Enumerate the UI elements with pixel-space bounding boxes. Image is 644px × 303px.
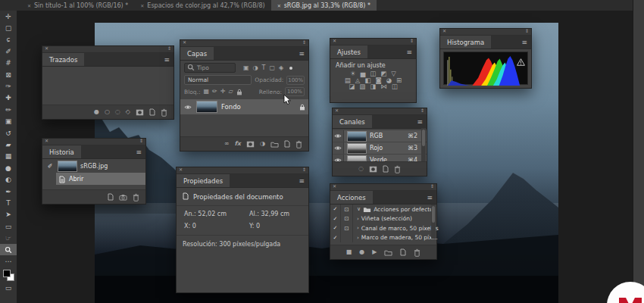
layer-filter-search[interactable]: Tipo [184, 63, 236, 73]
dodge-tool[interactable]: ◐ [0, 173, 17, 185]
new-set-icon[interactable] [384, 249, 392, 256]
panel-menu-icon[interactable]: ≡ [427, 191, 433, 204]
lock-all-icon[interactable] [236, 89, 242, 95]
type-tool[interactable]: T [0, 197, 17, 208]
expander-icon[interactable]: › [357, 235, 359, 241]
invert-icon[interactable]: ◪ [349, 83, 355, 90]
action-dialog-icon[interactable]: ⊡ [341, 205, 353, 214]
panel-titlebar[interactable]: ✕ ⇕ [177, 167, 308, 174]
action-row[interactable]: ✓⊡›Canal de marco, 50 píxeles [330, 223, 436, 233]
delete-path-icon[interactable] [161, 108, 167, 117]
tab-close-icon[interactable]: ✕ [140, 3, 144, 8]
action-check-icon[interactable]: ✓ [330, 205, 341, 214]
zoom-tool[interactable] [0, 244, 17, 255]
stroke-path-icon[interactable]: ○ [105, 109, 110, 115]
quick-selection-tool[interactable]: ✐ [0, 45, 17, 57]
play-icon[interactable]: ▶ [372, 249, 377, 255]
history-brush-source-icon[interactable]: ✐ [45, 163, 55, 170]
collapse-icon[interactable]: ⇕ [420, 108, 424, 114]
adjustment-layer-icon[interactable]: ◑ [260, 141, 265, 147]
foreground-color-swatch[interactable] [3, 270, 11, 277]
shape-tool[interactable]: ▭ [0, 220, 17, 232]
crop-tool[interactable]: # [0, 58, 17, 69]
selective-color-icon[interactable]: ⋈ [380, 83, 387, 90]
filter-type-layers-icon[interactable]: T [262, 65, 266, 71]
lock-artboard-icon[interactable]: ▱ [228, 89, 233, 95]
document-tab-3[interactable]: ✕sRGB.jpg al 33,3% (RGB/8) * [271, 0, 377, 11]
threshold-icon[interactable]: ◨ [370, 83, 376, 90]
brush-tool[interactable]: ✏ [0, 104, 17, 115]
collapse-icon[interactable]: ⇕ [430, 183, 434, 189]
document-tab-2[interactable]: ✕Espacios de color.jpg al 42,7% (RGB/8) [134, 0, 270, 11]
action-dialog-icon[interactable]: ⊡ [341, 214, 353, 224]
blend-mode-select[interactable]: Normal [184, 75, 252, 85]
panel-titlebar[interactable]: ✕ ⇕ [440, 29, 531, 36]
lock-transparent-icon[interactable]: ▦ [204, 89, 210, 95]
eraser-tool[interactable]: ▰ [0, 139, 17, 150]
new-layer-icon[interactable] [284, 140, 290, 148]
load-path-selection-icon[interactable]: ◌ [115, 109, 120, 115]
tab-capas[interactable]: Capas [180, 47, 214, 60]
slice-tool[interactable]: ⊠ [0, 69, 17, 80]
delete-state-icon[interactable] [133, 193, 139, 201]
new-channel-icon[interactable] [383, 165, 389, 173]
panel-menu-icon[interactable]: ≡ [521, 36, 527, 48]
action-row[interactable]: ✓⊡∨Acciones por defecto [330, 205, 436, 214]
marquee-tool[interactable]: ▢ [0, 22, 17, 33]
collapse-icon[interactable]: ⇕ [167, 45, 171, 52]
tab-trazados[interactable]: Trazados [42, 53, 84, 66]
panel-titlebar[interactable]: ✕ ⇕ [42, 46, 174, 53]
stop-icon[interactable]: ■ [346, 249, 352, 255]
lock-pixels-icon[interactable]: ✏ [212, 89, 217, 95]
delete-action-icon[interactable] [414, 248, 420, 257]
action-check-icon[interactable]: ✓ [330, 233, 341, 243]
vibrance-icon[interactable]: ▽ [391, 70, 396, 77]
collapse-icon[interactable]: ⇕ [302, 39, 306, 45]
color-swatches[interactable] [0, 267, 17, 283]
channel-row-rgb[interactable]: RGB⌘2 [333, 130, 427, 142]
gradient-map-icon[interactable]: ◫ [392, 83, 398, 90]
panel-titlebar[interactable]: ✕ ⇕ [180, 40, 308, 47]
pen-tool[interactable]: ✒ [0, 186, 17, 197]
move-tool[interactable]: ✛ [0, 11, 17, 22]
panel-titlebar[interactable]: ✕ ⇕ [42, 139, 145, 145]
lock-position-icon[interactable]: ✛ [220, 89, 226, 95]
tab-canales[interactable]: Canales [333, 115, 372, 128]
filter-pixel-layers-icon[interactable]: ▣ [243, 65, 249, 71]
path-selection-tool[interactable]: ➤ [0, 209, 17, 220]
collapse-icon[interactable]: ⇕ [139, 138, 143, 144]
panel-menu-icon[interactable]: ≡ [406, 45, 412, 58]
posterize-icon[interactable]: ▨ [359, 83, 365, 90]
close-icon[interactable]: ✕ [333, 183, 336, 189]
close-icon[interactable]: ✕ [335, 108, 339, 114]
screen-mode-icon[interactable]: ▭ [0, 283, 17, 294]
cached-data-warning-icon[interactable] [517, 55, 525, 69]
filter-adjustment-layers-icon[interactable]: ◑ [253, 65, 258, 71]
panel-titlebar[interactable]: ✕ ⇕ [333, 108, 427, 115]
record-icon[interactable]: ● [359, 249, 364, 255]
close-icon[interactable]: ✕ [183, 39, 186, 45]
history-step[interactable]: Abrir [56, 173, 145, 185]
toolbar-ellipsis-icon[interactable]: ⋯ [0, 255, 17, 267]
tab-propiedades[interactable]: Propiedades [177, 174, 230, 187]
path-mask-icon[interactable]: ◇ [126, 109, 130, 115]
new-snapshot-icon[interactable] [119, 194, 127, 201]
delete-channel-icon[interactable] [394, 165, 401, 173]
filter-shape-layers-icon[interactable]: ▢ [269, 65, 275, 71]
history-brush-tool[interactable]: ↺ [0, 127, 17, 139]
document-tab-1[interactable]: ✕Sin título-1 al 100% (RGB/16) * [21, 0, 134, 11]
layer-style-icon[interactable]: fx [234, 141, 241, 147]
gradient-tool[interactable]: ▦ [0, 151, 17, 162]
tab-close-icon[interactable]: ✕ [27, 3, 31, 8]
clone-stamp-tool[interactable]: ▣ [0, 116, 17, 127]
close-icon[interactable]: ✕ [333, 38, 336, 44]
collapse-icon[interactable]: ⇕ [410, 38, 414, 44]
tab-ajustes[interactable]: Ajustes [330, 45, 367, 58]
lasso-tool[interactable]: ɕ [0, 34, 17, 45]
filter-smart-objects-icon[interactable]: ◈ [279, 65, 283, 71]
scrollbar[interactable] [421, 128, 426, 163]
action-check-icon[interactable]: ✓ [330, 214, 341, 224]
action-dialog-icon[interactable] [341, 233, 353, 243]
visibility-eye-icon[interactable] [333, 130, 344, 142]
close-icon[interactable]: ✕ [45, 45, 48, 52]
